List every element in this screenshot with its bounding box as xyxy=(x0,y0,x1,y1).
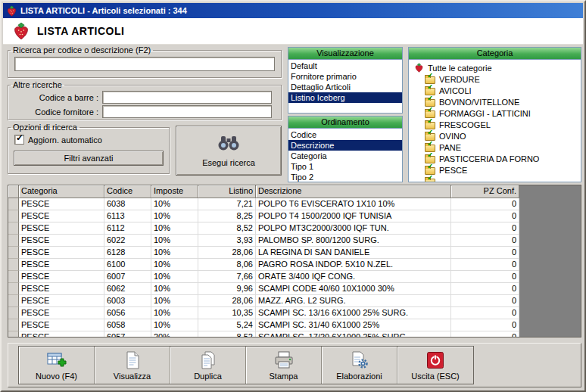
row-selector-cell[interactable] xyxy=(8,259,19,271)
cell-codice: 6022 xyxy=(104,235,151,247)
row-selector-cell[interactable] xyxy=(8,319,19,331)
barcode-input[interactable] xyxy=(102,91,272,104)
titlebar[interactable]: LISTA ARTICOLI - Articoli selezionati : … xyxy=(3,3,583,18)
cell-imposte: 10% xyxy=(151,283,198,295)
visualizzazione-item-listino-iceberg[interactable]: Listino Iceberg xyxy=(288,92,402,103)
table-filler xyxy=(519,259,581,271)
visualizza-button[interactable]: Visualizza xyxy=(95,347,170,384)
table-row[interactable]: PESCE610010%8,06PAGRO ROSA INDOP. 5X10 N… xyxy=(8,259,581,271)
search-options-groupbox-label: Opzioni di ricerca xyxy=(11,123,79,132)
stampa-button[interactable]: Stampa xyxy=(246,347,322,384)
category-item-verdure[interactable]: ✓VERDURE xyxy=(409,73,581,85)
folder-check-icon: ✓ xyxy=(425,122,435,129)
ordinamento-item-categoria[interactable]: Categoria xyxy=(288,151,402,161)
table-filler xyxy=(519,319,581,331)
column-header-listino[interactable]: Listino xyxy=(198,185,256,198)
row-selector-cell[interactable] xyxy=(8,198,19,210)
category-item-frescogel[interactable]: ✓FRESCOGEL xyxy=(409,119,581,130)
cell-categoria: PESCE xyxy=(19,283,104,295)
cell-codice: 6100 xyxy=(104,259,151,271)
table-row[interactable]: PESCE602210%3,93PALOMBO SP. 800/1200 SUR… xyxy=(8,235,581,247)
cell-descrizione: LA REGINA DI SAN DANIELE xyxy=(256,247,451,259)
table-row[interactable]: PESCE600710%7,66ORATE 3/400 IQF CONG.0 xyxy=(8,271,581,283)
category-item-partial[interactable]: ✓ xyxy=(409,176,581,182)
nuovo-label: Nuovo (F4) xyxy=(36,372,77,381)
cell-listino: 5,24 xyxy=(198,319,256,331)
search-input[interactable] xyxy=(14,57,275,71)
table-row[interactable]: PESCE603810%7,21POLPO T6 EVISCERATO 1X10… xyxy=(8,198,581,210)
cell-descrizione: SCAMPI CODE 40/60 10X1000 30% xyxy=(256,283,451,295)
cell-categoria: PESCE xyxy=(19,271,104,283)
cell-listino: 8,25 xyxy=(198,210,256,222)
ordinamento-item-tipo-1[interactable]: Tipo 1 xyxy=(288,161,402,172)
checkbox-box[interactable]: ✓ xyxy=(14,135,24,145)
row-selector-cell[interactable] xyxy=(8,210,19,222)
elaborazioni-button[interactable]: Elaborazioni xyxy=(322,347,397,384)
table-row[interactable]: PESCE611310%8,25POLPO T4 1500/2000 IQF T… xyxy=(8,210,581,222)
row-selector-cell[interactable] xyxy=(8,222,19,235)
row-selector-cell[interactable] xyxy=(8,247,19,259)
row-selector-cell[interactable] xyxy=(8,283,19,295)
table-plus-icon xyxy=(47,350,67,370)
table-row[interactable]: PESCE605610%10,35SCAMPI SC. 13/16 6X1000… xyxy=(8,307,581,319)
row-selector-cell[interactable] xyxy=(8,331,19,338)
app-window: LISTA ARTICOLI - Articoli selezionati : … xyxy=(0,0,586,392)
cell-codice: 6038 xyxy=(104,198,151,210)
run-search-button[interactable]: Esegui ricerca xyxy=(176,126,282,176)
row-selector-cell[interactable] xyxy=(8,235,19,247)
table-row[interactable]: PESCE606210%9,96SCAMPI CODE 40/60 10X100… xyxy=(8,283,581,295)
cell-categoria: PESCE xyxy=(19,198,104,210)
visualizzazione-item-fornitore-primario[interactable]: Fornitore primario xyxy=(288,71,402,82)
supplier-code-input[interactable] xyxy=(102,105,272,118)
visualizzazione-item-default[interactable]: Default xyxy=(288,61,402,71)
search-groupbox-label: Ricerca per codice o descrizione (F2) xyxy=(11,45,153,54)
row-selector-cell[interactable] xyxy=(8,271,19,283)
ordinamento-item-descrizione[interactable]: Descrizione xyxy=(288,140,402,151)
table-row[interactable]: PESCE605810%5,24SCAMPI SC. 31/40 6X1000 … xyxy=(8,319,581,331)
cell-listino: 8,52 xyxy=(198,331,256,338)
ordinamento-item-tipo-2[interactable]: Tipo 2 xyxy=(288,172,402,182)
visualizzazione-list: DefaultFornitore primarioDettaglio Artic… xyxy=(288,60,402,103)
category-item-pane[interactable]: ✓PANE xyxy=(409,142,581,153)
cell-codice: 6056 xyxy=(104,307,151,319)
table-filler xyxy=(519,210,581,222)
cell-pz-conf: 0 xyxy=(451,319,519,331)
category-item-pesce[interactable]: ✓PESCE xyxy=(409,164,581,176)
auto-update-checkbox[interactable]: ✓ Aggiorn. automatico xyxy=(14,135,169,145)
table-row[interactable]: PESCE611210%8,52POLPO MT3C2000/3000 IQF … xyxy=(8,222,581,235)
cell-imposte: 10% xyxy=(151,235,198,247)
advanced-filters-button[interactable]: Filtri avanzati xyxy=(14,151,164,166)
table-filler xyxy=(519,307,581,319)
cell-pz-conf: 0 xyxy=(451,235,519,247)
nuovo-button[interactable]: Nuovo (F4) xyxy=(19,347,95,384)
table-row[interactable]: PESCE605720%8,52SCAMPI SC. 17/20 6X1000 … xyxy=(8,331,581,338)
articles-table: CategoriaCodiceImposteListinoDescrizione… xyxy=(8,185,581,338)
ordinamento-item-codice[interactable]: Codice xyxy=(288,129,402,140)
categoria-tree: Tutte le categorie ✓VERDURE✓AVICOLI✓BOVI… xyxy=(409,60,581,182)
binoculars-icon xyxy=(217,135,240,153)
duplica-button[interactable]: Duplica xyxy=(170,347,246,384)
column-header-pz-conf[interactable]: PZ Conf. xyxy=(451,185,519,198)
category-item-pasticceria-da-forno[interactable]: ✓PASTICCERIA DA FORNO xyxy=(409,153,581,164)
table-row[interactable]: PESCE612810%28,06LA REGINA DI SAN DANIEL… xyxy=(8,247,581,259)
category-item-bovino-vitellone[interactable]: ✓BOVINO/VITELLONE xyxy=(409,96,581,107)
column-header-categoria[interactable]: Categoria xyxy=(19,185,104,198)
folder-check-icon: ✓ xyxy=(425,110,435,118)
cell-categoria: PESCE xyxy=(19,247,104,259)
visualizzazione-item-dettaglio-articoli[interactable]: Dettaglio Articoli xyxy=(288,82,402,92)
column-header-codice[interactable]: Codice xyxy=(104,185,151,198)
column-header-imposte[interactable]: Imposte xyxy=(151,185,198,198)
category-root-item[interactable]: Tutte le categorie xyxy=(409,62,581,73)
row-selector-cell[interactable] xyxy=(8,307,19,319)
row-selector-cell[interactable] xyxy=(8,295,19,307)
column-header-descrizione[interactable]: Descrizione xyxy=(256,185,451,198)
category-item-ovino[interactable]: ✓OVINO xyxy=(409,130,581,142)
uscita-button[interactable]: Uscita (ESC) xyxy=(397,347,473,384)
category-item-avicoli[interactable]: ✓AVICOLI xyxy=(409,85,581,96)
table-row[interactable]: PESCE600310%28,06MAZZ. ARG. L2 SURG.0 xyxy=(8,295,581,307)
category-item-formaggi-latticini[interactable]: ✓FORMAGGI - LATTICINI xyxy=(409,107,581,119)
folder-check-icon: ✓ xyxy=(425,76,435,84)
table-filler xyxy=(519,283,581,295)
cell-categoria: PESCE xyxy=(19,222,104,235)
cell-imposte: 10% xyxy=(151,259,198,271)
